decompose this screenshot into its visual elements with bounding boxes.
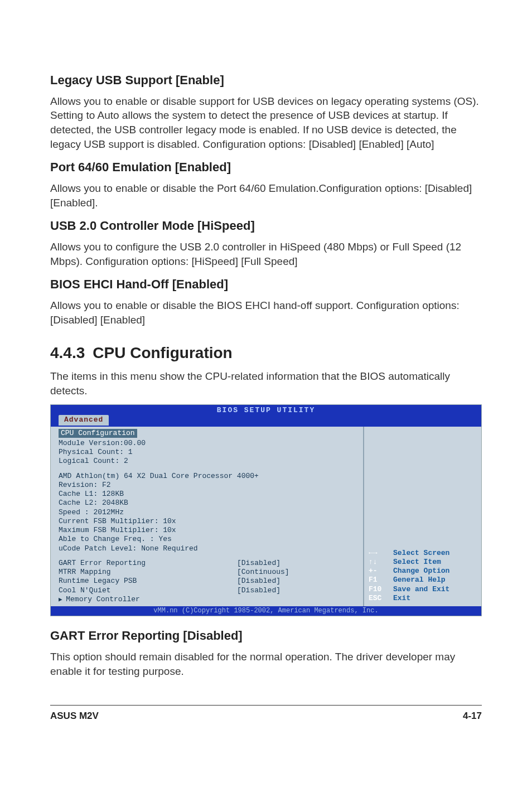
bios-info-line: Module Version:00.00 [59,439,357,448]
bios-cpu-line: Cache L1: 128KB [59,490,357,499]
bios-cpu-line: AMD Athlon(tm) 64 X2 Dual Core Processor… [59,472,357,481]
bios-help-key: ↑↓ [369,558,393,567]
bios-cpu-line: Revision: F2 [59,481,357,490]
bios-setting-label: GART Error Reporting [59,559,237,568]
bios-cpu-line: uCode Patch Level: None Required [59,544,357,553]
bios-setting-value: [Continuous] [237,568,289,577]
bios-help-row: F1General Help [369,576,449,584]
bios-body: CPU Configuration Module Version:00.00 P… [51,427,481,607]
bios-panel-title: CPU Configuration [59,429,137,438]
footer-right: 4-17 [463,710,482,723]
bios-right-panel: ←→Select Screen ↑↓Select Item +-Change O… [364,427,481,607]
bios-setting-value: [Disabled] [237,559,280,568]
heading-cpu-config: 4.4.3CPU Configuration [50,342,482,364]
bios-setting-label: Runtime Legacy PSB [59,577,237,586]
section-title: CPU Configuration [93,344,232,361]
heading-gart: GART Error Reporting [Disabled] [50,627,482,644]
heading-port6460: Port 64/60 Emulation [Enabled] [50,159,482,176]
bios-help-key: F1 [369,576,393,584]
bios-info-line: Physical Count: 1 [59,448,357,457]
bios-cpu-line: Able to Change Freq. : Yes [59,535,357,544]
bios-setting-value: [Disabled] [237,577,280,586]
bios-help-block: ←→Select Screen ↑↓Select Item +-Change O… [369,549,449,603]
text-usb20: Allows you to configure the USB 2.0 cont… [50,240,482,268]
bios-help-label: Select Screen [393,549,449,558]
bios-cpu-line: Maximum FSB Multiplier: 10x [59,526,357,535]
text-ehci: Allows you to enable or disable the BIOS… [50,298,482,327]
bios-setting-row[interactable]: MTRR Mapping [Continuous] [59,568,357,577]
bios-submenu-memory-controller[interactable]: Memory Controller [59,595,357,604]
bios-help-label: General Help [393,576,446,584]
bios-info-line: Logical Count: 2 [59,457,357,466]
bios-setting-label: MTRR Mapping [59,568,237,577]
section-number: 4.4.3 [50,342,85,364]
heading-usb20: USB 2.0 Controller Mode [HiSpeed] [50,218,482,234]
bios-help-row: F10Save and Exit [369,585,449,594]
bios-help-label: Select Item [393,558,441,567]
bios-cpu-line: Current FSB Multiplier: 10x [59,517,357,526]
bios-help-label: Exit [393,594,410,603]
bios-help-row: ESCExit [369,594,449,603]
bios-setting-row[interactable]: Cool N'Quiet [Disabled] [59,586,357,595]
bios-help-key: ESC [369,594,393,603]
bios-help-key: F10 [369,585,393,594]
bios-help-label: Change Option [393,567,449,576]
text-legacy-usb: Allows you to enable or disable support … [50,94,482,152]
bios-help-key: ←→ [369,549,393,558]
page-footer: ASUS M2V 4-17 [50,705,482,723]
bios-help-row: +-Change Option [369,567,449,576]
bios-setting-label: Cool N'Quiet [59,586,237,595]
text-cpu-intro: The items in this menu show the CPU-rela… [50,369,482,398]
bios-footer: vMM.nn (C)Copyright 1985-2002, American … [51,606,481,616]
bios-setting-value: [Disabled] [237,586,280,595]
bios-header: BIOS SETUP UTILITY [51,405,481,415]
heading-ehci: BIOS EHCI Hand-Off [Enabled] [50,276,482,293]
footer-left: ASUS M2V [50,710,99,723]
bios-help-key: +- [369,567,393,576]
bios-left-panel: CPU Configuration Module Version:00.00 P… [51,427,364,607]
bios-tab-advanced[interactable]: Advanced [59,415,109,425]
bios-help-row: ↑↓Select Item [369,558,449,567]
heading-legacy-usb: Legacy USB Support [Enable] [50,72,482,89]
bios-setting-row[interactable]: Runtime Legacy PSB [Disabled] [59,577,357,586]
text-port6460: Allows you to enable or disable the Port… [50,181,482,210]
bios-help-label: Save and Exit [393,585,449,594]
bios-help-row: ←→Select Screen [369,549,449,558]
bios-setting-row[interactable]: GART Error Reporting [Disabled] [59,559,357,568]
bios-cpu-line: Cache L2: 2048KB [59,499,357,508]
bios-screenshot: BIOS SETUP UTILITY Advanced CPU Configur… [50,404,482,616]
text-gart: This option should remain disabled for t… [50,650,482,678]
bios-tabrow: Advanced [51,415,481,426]
bios-cpu-line: Speed : 2012MHz [59,508,357,517]
